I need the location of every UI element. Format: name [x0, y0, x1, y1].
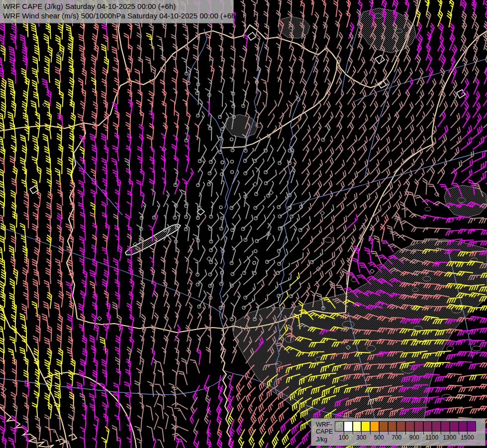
legend-tick-label: 900	[405, 434, 423, 441]
legend-box	[414, 421, 423, 432]
legend-tick-label: 300	[352, 434, 370, 441]
legend-box	[344, 421, 353, 432]
legend-label-wrf: WRF-	[316, 422, 332, 428]
legend-tick-label: 500	[370, 434, 388, 441]
legend-label-cape: CAPE	[316, 429, 333, 435]
legend-box	[361, 421, 370, 432]
legend-box	[335, 421, 344, 432]
cape-legend: WRF- CAPE J/kg 1003005007009001100130015…	[311, 418, 486, 446]
title-line-shear: WRF Wind shear (m/s) 500/1000hPa Saturda…	[3, 11, 229, 20]
legend-box	[441, 421, 450, 432]
legend-box	[396, 421, 405, 432]
legend-box	[353, 421, 362, 432]
legend-box	[405, 421, 414, 432]
weather-map: WRF CAPE (J/kg) Saturday 04-10-2025 00:0…	[0, 0, 487, 448]
legend-box	[432, 421, 441, 432]
legend-label-unit: J/kg	[316, 437, 327, 443]
map-canvas	[0, 0, 487, 448]
title-line-cape: WRF CAPE (J/kg) Saturday 04-10-2025 00:0…	[3, 1, 229, 11]
legend-tick-label: 1300	[441, 434, 459, 441]
legend-box	[459, 421, 468, 432]
legend-box	[388, 421, 397, 432]
legend-box	[450, 421, 459, 432]
legend-box	[467, 421, 476, 432]
legend-tick-label: 100	[335, 434, 353, 441]
legend-tick-label: 700	[388, 434, 405, 441]
legend-box	[370, 421, 379, 432]
legend-box	[379, 421, 388, 432]
legend-tick-label: 1500	[458, 434, 476, 441]
legend-tick-label: 1100	[423, 434, 441, 441]
title-bar: WRF CAPE (J/kg) Saturday 04-10-2025 00:0…	[0, 0, 234, 23]
legend-box	[423, 421, 432, 432]
